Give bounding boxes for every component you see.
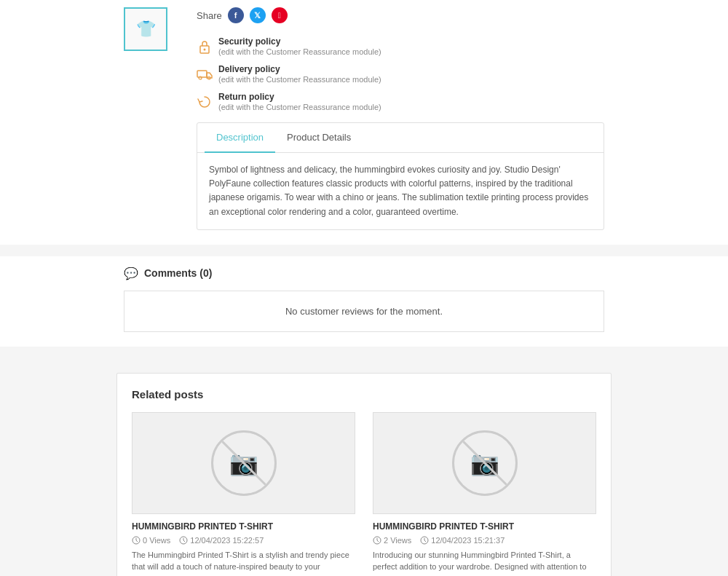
comment-bubble-icon: 💬 <box>124 267 138 280</box>
svg-line-10 <box>183 540 185 542</box>
related-card-1-views: 0 Views <box>132 536 170 545</box>
related-card-2-desc: Introducing our stunning Hummingbird Pri… <box>373 549 596 576</box>
return-policy-subtitle: (edit with the Customer Reassurance modu… <box>218 103 381 111</box>
related-card-2-meta: 2 Views 12/04/2023 15:21:37 <box>373 536 596 545</box>
svg-rect-2 <box>197 71 207 77</box>
product-thumbnail[interactable]: 👕 <box>124 7 167 51</box>
delivery-policy-row: Delivery policy (edit with the Customer … <box>197 64 604 84</box>
security-policy-subtitle: (edit with the Customer Reassurance modu… <box>218 47 381 56</box>
security-policy-row: Security policy (edit with the Customer … <box>197 36 604 57</box>
related-card-2: 📷 HUMMINGBIRD PRINTED T-SHIRT 2 Views 12… <box>373 412 596 576</box>
security-policy-text: Security policy (edit with the Customer … <box>218 36 381 57</box>
related-card-1-meta: 0 Views 12/04/2023 15:22:57 <box>132 536 355 545</box>
no-reviews-box: No customer reviews for the moment. <box>124 291 604 332</box>
tab-description[interactable]: Description <box>205 123 275 153</box>
twitter-share-button[interactable]: 𝕏 <box>250 7 266 23</box>
svg-point-3 <box>199 76 202 79</box>
related-card-1: 📷 HUMMINGBIRD PRINTED T-SHIRT 0 Views 12… <box>132 412 355 576</box>
related-card-2-date: 12/04/2023 15:21:37 <box>420 536 505 545</box>
related-posts-grid: 📷 HUMMINGBIRD PRINTED T-SHIRT 0 Views 12… <box>132 412 596 576</box>
svg-line-7 <box>136 540 138 542</box>
return-policy-title: Return policy <box>218 92 381 102</box>
related-card-1-desc: The Hummingbird Printed T-Shirt is a sty… <box>132 549 355 576</box>
comments-title: Comments (0) <box>144 267 212 279</box>
related-card-2-title[interactable]: HUMMINGBIRD PRINTED T-SHIRT <box>373 521 596 532</box>
svg-line-16 <box>424 540 426 542</box>
lock-icon <box>197 36 213 57</box>
product-right-column: Share f 𝕏 𝕅 Security pol <box>182 7 604 230</box>
comments-header: 💬 Comments (0) <box>124 267 604 280</box>
thumbnail-column: 👕 <box>124 7 182 230</box>
description-content: Symbol of lightness and delicacy, the hu… <box>197 153 604 229</box>
return-policy-row: Return policy (edit with the Customer Re… <box>197 92 604 112</box>
delivery-policy-title: Delivery policy <box>218 64 381 74</box>
share-label: Share <box>197 10 222 21</box>
related-card-2-views: 2 Views <box>373 536 411 545</box>
pinterest-share-button[interactable]: 𝕅 <box>272 7 288 23</box>
related-card-1-title[interactable]: HUMMINGBIRD PRINTED T-SHIRT <box>132 521 355 532</box>
no-reviews-section: No customer reviews for the moment. <box>0 291 728 347</box>
no-reviews-text: No customer reviews for the moment. <box>285 306 443 317</box>
related-posts-title: Related posts <box>132 388 596 401</box>
related-card-2-image[interactable]: 📷 <box>373 412 596 514</box>
truck-icon <box>197 64 213 84</box>
shirt-icon: 👕 <box>136 20 156 39</box>
return-policy-text: Return policy (edit with the Customer Re… <box>218 92 381 112</box>
product-tabs: Description Product Details Symbol of li… <box>197 122 604 230</box>
tab-product-details[interactable]: Product Details <box>275 123 363 153</box>
svg-line-13 <box>377 540 379 542</box>
comments-section: 💬 Comments (0) <box>0 256 728 291</box>
tabs-header: Description Product Details <box>197 123 604 153</box>
related-card-1-date: 12/04/2023 15:22:57 <box>179 536 264 545</box>
related-posts-section: Related posts 📷 HUMMINGBIRD PRINTED T-SH… <box>116 373 612 576</box>
return-icon <box>197 92 213 112</box>
share-row: Share f 𝕏 𝕅 <box>197 7 604 23</box>
related-card-1-image[interactable]: 📷 <box>132 412 355 514</box>
facebook-share-button[interactable]: f <box>228 7 244 23</box>
svg-point-1 <box>204 49 206 51</box>
delivery-policy-subtitle: (edit with the Customer Reassurance modu… <box>218 75 381 84</box>
delivery-policy-text: Delivery policy (edit with the Customer … <box>218 64 381 84</box>
security-policy-title: Security policy <box>218 36 381 47</box>
